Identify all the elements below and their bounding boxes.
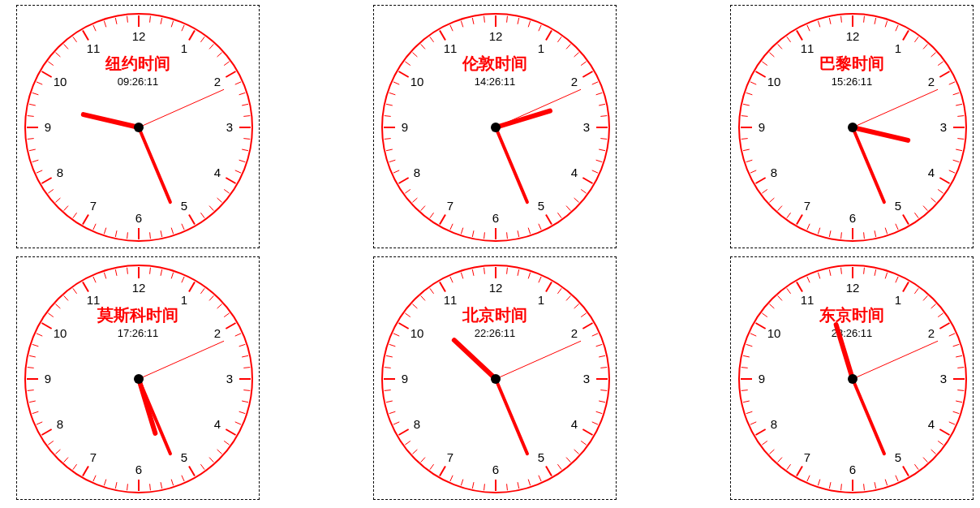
minor-tick (953, 344, 960, 346)
minor-tick (37, 334, 42, 336)
clock-numeral: 5 (538, 199, 544, 213)
minor-tick (412, 450, 417, 454)
clock-numeral: 5 (895, 199, 901, 213)
major-tick (546, 282, 552, 291)
minor-tick (949, 334, 955, 336)
minor-tick (746, 411, 753, 413)
minor-tick (885, 228, 887, 235)
major-tick (582, 71, 592, 77)
major-tick (903, 466, 909, 476)
minor-tick (239, 160, 246, 161)
minor-tick (412, 198, 417, 202)
minor-tick (599, 401, 605, 403)
clock-numeral: 9 (759, 372, 765, 385)
major-tick (546, 30, 552, 40)
minor-tick (484, 232, 485, 239)
minor-tick (73, 288, 77, 293)
clock-numeral: 1 (538, 293, 544, 307)
minor-tick (243, 116, 250, 117)
clock-numeral: 6 (849, 463, 856, 476)
clock-face-svg: 121234567891011 (731, 6, 974, 249)
hour-hand (853, 127, 908, 140)
minor-tick (518, 269, 519, 276)
minor-tick (750, 82, 756, 84)
minor-tick (32, 160, 39, 161)
clock-pivot (491, 374, 501, 384)
minor-tick (750, 422, 756, 424)
minor-tick (28, 116, 34, 117)
minor-tick (421, 458, 425, 463)
minor-tick (787, 37, 791, 41)
minor-tick (127, 232, 128, 239)
minor-tick (217, 450, 222, 454)
minor-tick (200, 213, 204, 217)
minor-tick (389, 160, 396, 161)
clock-numeral: 10 (410, 75, 424, 88)
minor-tick (957, 368, 964, 368)
minor-tick (875, 482, 876, 489)
minor-tick (450, 25, 453, 31)
minor-tick (896, 476, 898, 481)
minor-tick (393, 334, 399, 336)
minor-tick (592, 170, 598, 173)
minor-tick (64, 44, 68, 49)
major-tick (903, 214, 909, 224)
clock-numeral: 5 (538, 450, 544, 464)
major-tick (582, 323, 592, 329)
minor-tick (507, 16, 508, 23)
minor-tick (896, 224, 898, 230)
minor-tick (472, 482, 474, 489)
clock-numeral: 4 (571, 417, 578, 431)
minor-tick (956, 149, 962, 151)
minor-tick (829, 18, 831, 24)
major-tick (546, 466, 552, 476)
minor-tick (787, 288, 791, 293)
minor-tick (235, 334, 241, 336)
major-tick (903, 282, 909, 291)
major-tick (797, 282, 802, 291)
minor-tick (430, 288, 434, 293)
major-tick (41, 323, 51, 329)
minor-tick (787, 213, 791, 217)
clock-numeral: 3 (940, 372, 947, 385)
minor-tick (430, 213, 434, 217)
major-tick (903, 30, 909, 40)
minor-tick (743, 104, 750, 105)
minor-tick (931, 53, 936, 57)
clock-numeral: 7 (90, 450, 97, 464)
minor-tick (48, 189, 53, 193)
minor-tick (841, 16, 842, 23)
major-tick (939, 429, 949, 435)
minor-tick (769, 53, 774, 57)
minor-tick (450, 224, 453, 230)
minor-tick (566, 295, 570, 300)
minor-tick (217, 53, 222, 57)
minor-tick (150, 484, 151, 490)
major-tick (546, 214, 552, 224)
minor-tick (182, 224, 184, 230)
minor-tick (412, 304, 417, 308)
minor-tick (528, 273, 530, 279)
minor-tick (818, 273, 819, 279)
minor-tick (741, 139, 748, 140)
minor-tick (405, 62, 410, 66)
hour-hand (454, 340, 496, 379)
minor-tick (743, 149, 750, 151)
minor-tick (599, 149, 605, 151)
major-tick (440, 282, 445, 291)
major-tick (83, 466, 88, 476)
minor-tick (539, 224, 541, 230)
minor-tick (127, 16, 128, 23)
clock-face-svg: 121234567891011 (17, 257, 260, 501)
minor-tick (507, 484, 508, 490)
minor-tick (242, 104, 248, 105)
minor-tick (539, 476, 541, 481)
minor-tick (242, 401, 248, 403)
minor-tick (596, 344, 603, 346)
minor-tick (389, 93, 396, 94)
major-tick (189, 214, 195, 224)
clock-numeral: 3 (583, 120, 590, 134)
major-tick (226, 178, 235, 183)
major-tick (398, 178, 408, 183)
minor-tick (762, 189, 767, 193)
